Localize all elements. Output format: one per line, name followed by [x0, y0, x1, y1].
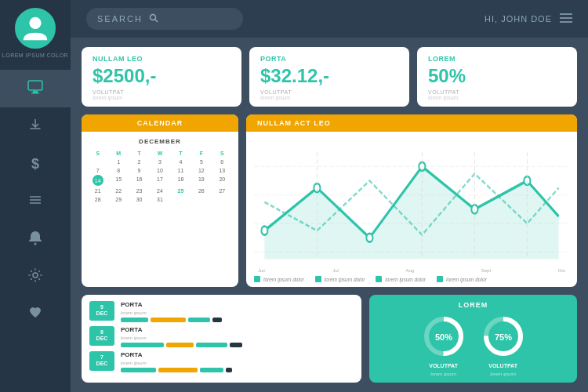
header: SearCh HI, JOHN DOE	[71, 0, 588, 38]
sidebar-nav: $	[0, 70, 71, 333]
legend-dot-1	[254, 276, 260, 282]
cal-cell: 31	[150, 195, 169, 203]
progress-sub-3: lorem ipsum	[121, 361, 354, 365]
cal-cell: 22	[108, 187, 128, 194]
monitor-icon	[27, 78, 44, 100]
sidebar-item-bell[interactable]	[0, 220, 71, 258]
cal-cell: 12	[191, 166, 211, 174]
donut-card: LOREM 50% VOLUTPAT lorem ipsum	[369, 295, 577, 383]
cal-cell: 29	[108, 195, 128, 203]
sidebar-item-heart[interactable]	[0, 296, 71, 333]
sidebar-item-list[interactable]	[0, 183, 71, 220]
donut-chart-1: 50%	[420, 313, 467, 360]
pbar	[121, 368, 156, 372]
donut-sublabel-1: lorem ipsum	[430, 372, 456, 376]
donut-row: 50% VOLUTPAT lorem ipsum 75% VOLUTPAT	[420, 313, 527, 376]
cal-cell: 17	[150, 175, 169, 186]
cal-cell	[212, 195, 232, 203]
cal-cell: 15	[108, 175, 128, 186]
pbar	[121, 318, 148, 322]
progress-item-3: 7DEC PORTA lorem ipsum	[89, 351, 354, 372]
donut-item-1: 50% VOLUTPAT lorem ipsum	[420, 313, 467, 376]
stat-card-sub2-1: lorem ipsum	[93, 95, 230, 100]
cal-cell: 11	[171, 166, 191, 174]
cal-cell: 30	[129, 195, 149, 203]
bottom-row: 9DEC PORTA lorem ipsum 8DEC	[82, 295, 577, 383]
svg-text:50%: 50%	[435, 332, 452, 342]
legend-dot-4	[437, 276, 443, 282]
svg-point-19	[261, 227, 267, 235]
stat-card-porta: PORTA $32.12,- VOLUTPAT lorem ipsum	[249, 47, 409, 107]
svg-point-0	[29, 17, 41, 29]
progress-bars-1	[121, 318, 354, 322]
pbar	[188, 318, 210, 322]
progress-bars-3	[121, 368, 354, 372]
chart-header: NULLAM ACT LEO	[246, 114, 577, 132]
list-icon	[27, 192, 43, 212]
sidebar-item-dollar[interactable]: $	[0, 145, 71, 183]
svg-line-10	[154, 20, 158, 23]
cal-cell: 23	[129, 187, 149, 194]
date-badge-2: 8DEC	[89, 326, 114, 346]
stat-card-value-3: 50%	[428, 66, 566, 86]
stat-card-sub1-3: VOLUTPAT	[428, 89, 566, 95]
calendar-grid: S M T W T F S 1 2 3 4 5 6	[88, 149, 232, 203]
avatar-area: LOREM IPSUM COLOR	[2, 8, 68, 58]
pbar	[196, 343, 227, 347]
legend-label-2: lorem ipsum dolor	[325, 277, 365, 282]
legend-label-1: lorem ipsum dolor	[263, 277, 304, 282]
pbar	[166, 343, 194, 347]
legend-item-2: lorem ipsum dolor	[315, 276, 365, 282]
calendar-card: CALENDAR DECEMBER S M T W T F S 1	[82, 114, 238, 287]
pbar	[230, 343, 242, 347]
sidebar-item-dashboard[interactable]	[0, 70, 71, 107]
search-bar[interactable]: SearCh	[86, 8, 243, 30]
donut-item-2: 75% VOLUTPAT lorem ipsum	[480, 313, 527, 376]
progress-sub-1: lorem ipsum	[121, 310, 354, 315]
legend-item-3: lorem ipsum dolor	[376, 276, 426, 282]
sidebar-item-settings[interactable]	[0, 258, 71, 296]
cal-cell: 5	[191, 158, 211, 165]
avatar	[15, 8, 56, 49]
progress-info-1: PORTA lorem ipsum	[121, 301, 354, 322]
cal-cell: 19	[191, 175, 211, 186]
cal-cell: 3	[150, 158, 169, 165]
cal-day-label: M	[108, 149, 128, 157]
x-label-jun: Jun	[258, 268, 266, 273]
stat-card-sub1-2: VOLUTPAT	[260, 89, 398, 95]
legend-dot-3	[376, 276, 382, 282]
cal-cell: 16	[129, 175, 149, 186]
cal-cell	[191, 195, 211, 203]
bell-icon	[27, 230, 43, 249]
legend-label-3: lorem ipsum dolor	[385, 277, 426, 282]
sidebar-item-download[interactable]	[0, 107, 71, 145]
stat-card-title-3: LOREM	[428, 55, 566, 63]
svg-point-21	[366, 234, 372, 242]
line-chart-svg	[254, 138, 569, 267]
stat-card-sub1-1: VOLUTPAT	[93, 89, 230, 95]
donut-sublabel-2: lorem ipsum	[490, 372, 516, 376]
stat-card-sub2-3: lorem ipsum	[428, 95, 566, 100]
cal-day-label: F	[191, 149, 211, 157]
x-label-jul: Jul	[332, 268, 339, 273]
legend-dot-2	[315, 276, 321, 282]
progress-sub-2: lorem ipsum	[121, 336, 354, 340]
donut-title: LOREM	[459, 301, 488, 309]
cal-day-label: T	[171, 149, 191, 157]
date-badge-1: 9DEC	[89, 301, 114, 321]
hamburger-icon[interactable]	[560, 12, 572, 26]
progress-title-2: PORTA	[121, 326, 354, 333]
cal-day-label: S	[88, 149, 107, 157]
heart-icon	[27, 305, 43, 325]
legend-item-4: lorem ipsum dolor	[437, 276, 487, 282]
cal-day-label: T	[129, 149, 149, 157]
x-label-sept: Sept	[481, 268, 491, 273]
legend-label-4: lorem ipsum dolor	[446, 277, 487, 282]
cal-cell: 9	[129, 166, 149, 174]
progress-item-1: 9DEC PORTA lorem ipsum	[89, 301, 354, 322]
cal-cell: 20	[212, 175, 232, 186]
legend-item-1: lorem ipsum dolor	[254, 276, 304, 282]
chart-svg-area	[254, 138, 569, 267]
stat-card-value-2: $32.12,-	[260, 66, 398, 86]
stat-card-sub2-2: lorem ipsum	[260, 95, 398, 100]
